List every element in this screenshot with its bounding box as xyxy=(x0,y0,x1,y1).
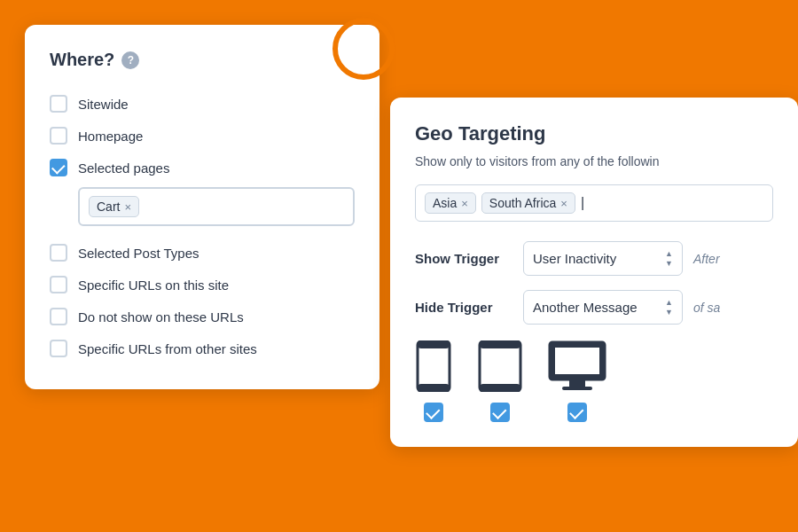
show-trigger-stepper[interactable]: ▲ ▼ xyxy=(665,249,673,268)
svg-rect-9 xyxy=(569,379,585,387)
cart-tag: Cart × xyxy=(89,196,139,217)
geo-tag-asia-close[interactable]: × xyxy=(461,197,468,210)
stepper-up-icon: ▲ xyxy=(665,249,673,258)
hide-trigger-of: of sa xyxy=(693,301,720,315)
show-trigger-row: Show Trigger User Inactivity ▲ ▼ After xyxy=(415,241,773,276)
hide-trigger-row: Hide Trigger Another Message ▲ ▼ of sa xyxy=(415,290,773,325)
geo-subtitle: Show only to visitors from any of the fo… xyxy=(415,154,773,168)
device-row xyxy=(415,340,773,422)
svg-rect-5 xyxy=(480,384,520,391)
geo-tag-south-africa: South Africa × xyxy=(481,192,575,214)
option-homepage: Homepage xyxy=(50,120,355,152)
cart-tag-label: Cart xyxy=(97,200,120,214)
cart-tag-close[interactable]: × xyxy=(124,200,131,214)
svg-rect-0 xyxy=(418,341,450,391)
where-card: Where? ? Sitewide Homepage Selected page… xyxy=(25,25,379,389)
option-label-post-types: Selected Post Types xyxy=(78,246,199,261)
where-title: Where? xyxy=(50,50,114,70)
svg-rect-8 xyxy=(555,348,599,374)
checkbox-desktop[interactable] xyxy=(567,403,587,422)
checkbox-selected-pages[interactable] xyxy=(50,159,67,176)
svg-rect-1 xyxy=(418,341,450,348)
option-label-do-not-show: Do not show on these URLs xyxy=(78,309,244,325)
device-desktop xyxy=(548,340,606,422)
stepper-down-icon-hide: ▼ xyxy=(665,308,673,317)
option-selected-pages: Selected pages xyxy=(50,152,355,184)
stepper-up-icon-hide: ▲ xyxy=(665,298,673,307)
show-trigger-select[interactable]: User Inactivity ▲ ▼ xyxy=(523,241,683,276)
svg-rect-3 xyxy=(480,341,520,391)
svg-rect-10 xyxy=(562,387,592,390)
desktop-icon xyxy=(548,340,606,395)
tablet-icon xyxy=(477,340,523,395)
geo-tag-asia-label: Asia xyxy=(433,196,457,210)
option-label-specific-urls: Specific URLs on this site xyxy=(78,278,229,293)
stepper-down-icon: ▼ xyxy=(665,259,673,268)
geo-tag-south-africa-label: South Africa xyxy=(489,196,557,210)
checkbox-post-types[interactable] xyxy=(50,244,67,262)
checkbox-specific-urls[interactable] xyxy=(50,276,67,293)
checkbox-homepage[interactable] xyxy=(50,127,67,145)
checkbox-sitewide[interactable] xyxy=(50,95,67,113)
option-sitewide: Sitewide xyxy=(50,88,355,120)
geo-targeting-card: Geo Targeting Show only to visitors from… xyxy=(390,98,798,447)
hide-trigger-label: Hide Trigger xyxy=(415,300,512,315)
show-trigger-after: After xyxy=(693,252,720,266)
svg-rect-4 xyxy=(480,341,520,348)
option-label-sitewide: Sitewide xyxy=(78,97,129,112)
device-mobile xyxy=(415,340,452,422)
option-specific-urls-other: Specific URLs from other sites xyxy=(50,332,355,364)
clock-circle-decoration xyxy=(332,18,395,80)
option-label-homepage: Homepage xyxy=(78,129,143,144)
option-specific-urls: Specific URLs on this site xyxy=(50,269,355,301)
checkbox-do-not-show[interactable] xyxy=(50,308,67,325)
option-label-selected-pages: Selected pages xyxy=(78,160,169,176)
geo-tag-south-africa-close[interactable]: × xyxy=(560,197,567,210)
hide-trigger-select[interactable]: Another Message ▲ ▼ xyxy=(523,290,683,325)
geo-tags-row[interactable]: Asia × South Africa × | xyxy=(415,184,773,222)
pages-input-box[interactable]: Cart × xyxy=(78,187,355,226)
option-label-specific-urls-other: Specific URLs from other sites xyxy=(78,341,257,356)
svg-rect-2 xyxy=(418,384,450,391)
option-do-not-show: Do not show on these URLs xyxy=(50,301,355,332)
geo-tags-cursor: | xyxy=(581,195,584,211)
where-header: Where? ? xyxy=(50,50,355,70)
show-trigger-value: User Inactivity xyxy=(533,251,658,266)
mobile-icon xyxy=(415,340,452,395)
device-tablet xyxy=(477,340,523,422)
hide-trigger-stepper[interactable]: ▲ ▼ xyxy=(665,298,673,317)
help-icon[interactable]: ? xyxy=(121,51,139,69)
geo-title: Geo Targeting xyxy=(415,122,773,145)
checkbox-mobile[interactable] xyxy=(424,403,443,422)
show-trigger-label: Show Trigger xyxy=(415,251,512,266)
checkbox-specific-urls-other[interactable] xyxy=(50,340,67,357)
hide-trigger-value: Another Message xyxy=(533,300,658,315)
option-post-types: Selected Post Types xyxy=(50,237,355,269)
checkbox-tablet[interactable] xyxy=(490,403,510,422)
geo-tag-asia: Asia × xyxy=(425,192,476,214)
